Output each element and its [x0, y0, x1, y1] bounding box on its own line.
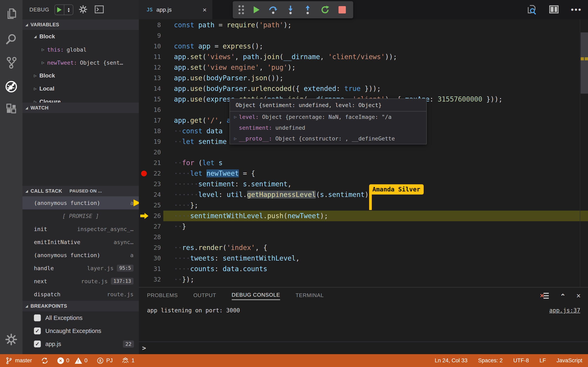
source-control-icon[interactable] — [5, 56, 18, 69]
explorer-icon[interactable] — [5, 7, 18, 20]
sync-item[interactable] — [41, 357, 48, 364]
code-line[interactable]: 28 — [139, 232, 588, 242]
gutter-glyph-margin[interactable] — [139, 20, 149, 30]
gutter-glyph-margin[interactable] — [139, 264, 149, 274]
call-stack-frame[interactable]: handlelayer.js95:5 — [22, 262, 139, 275]
variable-row[interactable]: ▷Block — [22, 69, 139, 82]
gutter-glyph-margin[interactable] — [139, 83, 149, 94]
code-line[interactable]: 27··} — [139, 221, 588, 232]
step-over-button[interactable] — [268, 4, 278, 15]
tab-close-icon[interactable]: × — [203, 6, 207, 13]
clear-console-icon[interactable]: × — [541, 292, 549, 299]
code-line[interactable]: 8const path = require('path'); — [139, 20, 588, 30]
call-stack-frame[interactable]: dispatchroute.js — [22, 288, 139, 301]
encoding-item[interactable]: UTF-8 — [513, 358, 529, 364]
tooltip-property-row[interactable]: sentiment: undefined — [230, 122, 426, 133]
code-line[interactable]: 32··}); — [139, 274, 588, 285]
code-line[interactable]: 14app.use(bodyParser.urlencoded({ extend… — [139, 83, 588, 94]
tooltip-property-row[interactable]: ▷__proto__: Object {constructor: , __def… — [230, 133, 426, 144]
start-debug-control[interactable]: ▲▼ — [54, 4, 73, 15]
code-line[interactable]: 12app.set('view engine', 'pug'); — [139, 62, 588, 73]
editor-scrollbar[interactable] — [580, 19, 588, 287]
extensions-icon[interactable] — [5, 103, 18, 116]
start-debug-icon[interactable] — [55, 5, 64, 15]
gutter-glyph-margin[interactable] — [139, 179, 149, 189]
continue-button[interactable] — [251, 4, 261, 15]
search-editors-icon[interactable] — [526, 4, 537, 16]
gutter-glyph-margin[interactable] — [139, 73, 149, 83]
maximize-panel-icon[interactable]: ⌃ — [560, 292, 566, 300]
code-line[interactable]: 24······level: util.getHappinessLevel(s.… — [139, 189, 588, 200]
step-into-button[interactable] — [285, 4, 296, 15]
gutter-glyph-margin[interactable] — [139, 62, 149, 73]
gutter-glyph-margin[interactable] — [139, 105, 149, 115]
tab-problems[interactable]: PROBLEMS — [147, 292, 178, 300]
breakpoint-checkbox[interactable]: ✓ — [34, 341, 41, 347]
more-actions-icon[interactable]: ••• — [571, 5, 582, 14]
code-line[interactable]: 23······sentiment: s.sentiment, — [139, 179, 588, 189]
breakpoint-checkbox[interactable]: ✓ — [34, 327, 41, 334]
code-line[interactable]: 22····let newTweet = { — [139, 168, 588, 179]
breakpoint-checkbox[interactable] — [34, 314, 41, 321]
call-stack-frame[interactable]: nextroute.js137:13 — [22, 275, 139, 288]
gutter-glyph-margin[interactable] — [139, 168, 149, 179]
gutter-glyph-margin[interactable] — [139, 52, 149, 62]
tooltip-property-row[interactable]: ▷level: Object {percentage: NaN, faceIma… — [230, 111, 426, 122]
tab-terminal[interactable]: TERMINAL — [296, 292, 324, 300]
variable-row[interactable]: ▷this:global — [22, 43, 139, 56]
step-out-button[interactable] — [302, 4, 313, 15]
code-line[interactable]: 29··res.render('index', { — [139, 242, 588, 253]
gutter-glyph-margin[interactable] — [139, 200, 149, 211]
gutter-glyph-margin[interactable] — [139, 30, 149, 41]
tab-debug-console[interactable]: DEBUG CONSOLE — [232, 292, 280, 300]
variable-row[interactable]: ▷Local — [22, 82, 139, 95]
tab-app-js[interactable]: JS app.js × — [139, 0, 212, 19]
variable-row[interactable]: ◢Block — [22, 30, 139, 43]
gutter-glyph-margin[interactable] — [139, 232, 149, 242]
code-line[interactable]: 30····tweets: sentimentWithLevel, — [139, 253, 588, 264]
gutter-glyph-margin[interactable] — [139, 158, 149, 168]
code-line[interactable]: 9 — [139, 30, 588, 41]
call-stack-frame[interactable]: (anonymous function)a — [22, 249, 139, 262]
errors-warnings-item[interactable]: × 0 ! 0 — [57, 358, 87, 364]
gutter-glyph-margin[interactable] — [139, 253, 149, 264]
variables-section-header[interactable]: ◢ VARIABLES — [22, 19, 139, 30]
search-icon[interactable] — [5, 33, 18, 46]
watch-section-header[interactable]: ◢ WATCH — [22, 103, 139, 113]
gutter-glyph-margin[interactable] — [139, 242, 149, 253]
variable-row[interactable]: ▷newTweet:Object {sent… — [22, 56, 139, 69]
eol-item[interactable]: LF — [539, 358, 546, 364]
code-line[interactable]: 26····sentimentWithLevel.push(newTweet); — [139, 211, 588, 221]
gutter-glyph-margin[interactable] — [139, 211, 149, 221]
code-line[interactable]: 31····counts: data.counts — [139, 264, 588, 274]
scrollbar-thumb[interactable] — [581, 33, 588, 94]
call-stack-frame[interactable]: emitInitNativeasync… — [22, 235, 139, 249]
stop-button[interactable] — [337, 4, 347, 15]
variable-row[interactable]: ▷Closure — [22, 95, 139, 103]
open-debug-console-icon[interactable] — [95, 5, 104, 14]
call-stack-frame[interactable]: (anonymous function)a — [22, 196, 139, 209]
gutter-glyph-margin[interactable] — [139, 274, 149, 285]
breakpoints-section-header[interactable]: ◢ BREAKPOINTS — [22, 301, 139, 311]
breakpoint-dot-icon[interactable] — [141, 171, 147, 176]
code-line[interactable]: 25····}; — [139, 200, 588, 211]
console-input[interactable]: > — [139, 342, 588, 354]
participants-item[interactable]: 1 — [122, 357, 135, 364]
breakpoint-row[interactable]: ✓Uncaught Exceptions — [22, 324, 139, 337]
code-line[interactable]: 13app.use(bodyParser.json()); — [139, 73, 588, 83]
code-line[interactable]: 21··for (let s — [139, 158, 588, 168]
breakpoint-row[interactable]: ✓app.js22 — [22, 337, 139, 350]
gutter-glyph-margin[interactable] — [139, 94, 149, 105]
gutter-glyph-margin[interactable] — [139, 115, 149, 126]
cursor-position-item[interactable]: Ln 24, Col 33 — [435, 358, 467, 364]
gutter-glyph-margin[interactable] — [139, 147, 149, 158]
git-branch-item[interactable]: master — [5, 357, 32, 364]
toolbar-drag-grip[interactable] — [238, 5, 244, 14]
indentation-item[interactable]: Spaces: 2 — [478, 358, 503, 364]
code-area[interactable]: 8const path = require('path');910const a… — [139, 19, 588, 287]
debug-settings-gear-icon[interactable] — [79, 5, 87, 15]
debug-icon[interactable] — [5, 80, 18, 93]
live-share-item[interactable]: PJ — [96, 357, 113, 364]
close-panel-icon[interactable]: × — [576, 292, 581, 300]
console-source-link[interactable]: app.js:37 — [549, 307, 580, 314]
